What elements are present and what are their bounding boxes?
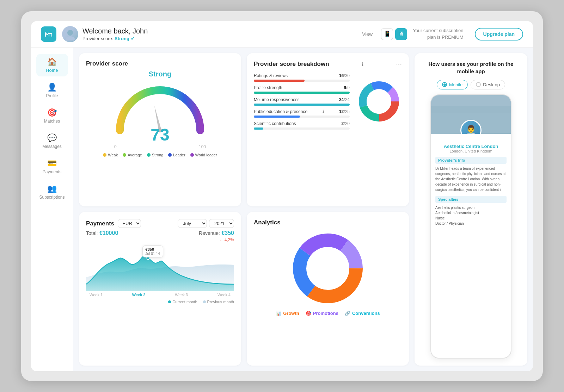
preview-title: How users see your profile on the mobile… [422,60,520,75]
score-legend: Weak Average Strong Leader [86,153,234,157]
sidebar-item-messages[interactable]: 💬 Messages [36,130,68,153]
currency-select[interactable]: EURUSDGBP [118,219,141,228]
specialty-2: Aesthetician / cosmetologist [435,210,507,216]
breakdown-layout: Ratings & reviews 16/30 Profile strength… [254,73,402,130]
month-select[interactable]: JulyJuneAugust [178,219,207,228]
svg-point-2 [66,36,75,41]
specialty-4: Doctor / Physician [435,221,507,226]
legend-current: Current month [168,300,197,304]
app-shell: Welcome back, John Provider score: Stron… [21,11,543,381]
year-select[interactable]: 20212020 [209,219,234,228]
content-area: Provider score Strong [73,48,533,371]
payments-card: Payments EURUSDGBP JulyJuneAugust 202120… [79,212,241,366]
header-title: Welcome back, John [82,27,148,35]
sidebar-item-payments[interactable]: 💳 Payments [36,155,68,178]
chart-legend: Current month Previous month [86,300,234,304]
profile-preview-card: How users see your profile on the mobile… [415,53,527,366]
specialties-list: Aesthetic plastic surgeon Aesthetician /… [435,205,507,226]
payments-icon: 💳 [47,159,57,168]
breakdown-rows: Ratings & reviews 16/30 Profile strength… [254,73,350,130]
sidebar-item-subscriptions[interactable]: 👥 Subscriptions [36,181,68,203]
payments-title: Payments [86,220,114,227]
mobile-view-button[interactable]: 📱 [381,28,393,40]
sidebar-item-matches[interactable]: 🎯 Matches [36,105,68,127]
upgrade-button[interactable]: Upgrade plan [475,28,523,41]
legend-growth[interactable]: 📊 Growth [276,311,299,316]
breakdown-row-responsiveness: MeTime responsiveness 24/24 [254,97,350,106]
legend-promotions[interactable]: 🎯 Promotions [306,311,338,316]
header: Welcome back, John Provider score: Stron… [31,21,533,48]
subscriptions-icon: 👥 [47,184,57,193]
legend-previous: Previous month [203,300,234,304]
phone-mock: 👨‍⚕️ Aesthetic Centre London London, Uni… [430,94,511,359]
desktop-toggle-button[interactable]: Desktop [471,80,505,89]
date-filters: JulyJuneAugust 20212020 [178,219,234,228]
sidebar-item-home[interactable]: 🏠 Home [36,54,68,76]
sidebar-item-label: Profile [46,93,58,98]
chart-week-labels: Week 1 Week 2 Week 3 Week 4 [86,293,234,297]
payments-chart: €350 Jul 01-14 [86,245,234,291]
sidebar-item-label: Home [46,68,58,73]
more-options-button[interactable]: ··· [396,60,402,68]
chart-tooltip: €350 Jul 01-14 [142,245,163,257]
main-layout: 🏠 Home 👤 Profile 🎯 Matches 💬 Messages 💳 … [31,48,533,371]
home-icon: 🏠 [47,57,57,67]
score-number: 73 [151,125,169,144]
messages-icon: 💬 [47,133,57,143]
legend-average: Average [123,153,142,157]
view-toggle: 📱 🖥 [381,28,407,40]
info-section-label: Provider's Info [435,157,507,164]
desktop-view-button[interactable]: 🖥 [395,28,407,40]
breakdown-row-scientific: Scientific contributions 2/20 [254,121,350,130]
total-amount: €10000 [99,230,118,236]
revenue-amount: €350 [221,230,234,236]
sidebar-item-label: Subscriptions [39,195,65,200]
revenue-label: Revenue: [199,230,220,236]
sidebar-item-profile[interactable]: 👤 Profile [36,79,68,102]
logo [41,26,56,42]
svg-point-19 [307,247,349,290]
clinic-location: London, United Kingdom [435,149,507,153]
revenue-change: ↓ -4,2% [220,237,234,242]
clinic-image: 👨‍⚕️ [431,95,511,134]
breakdown-title: Provider score breakdown [254,61,329,68]
gauge-labels: 0 100 [114,144,206,149]
breakdown-card: Provider score breakdown ℹ ··· Ratings &… [247,53,409,207]
svg-rect-13 [431,95,511,112]
analytics-legend: 📊 Growth 🎯 Promotions 🔗 Conversions [254,311,402,316]
legend-world-leader: World leader [190,153,217,157]
legend-conversions[interactable]: 🔗 Conversions [345,311,380,316]
provider-score-card: Provider score Strong [79,53,241,207]
specialty-1: Aesthetic plastic surgeon [435,205,507,210]
view-label: View [362,31,373,37]
specialty-3: Nurse [435,216,507,221]
analytics-title: Analytics [254,219,402,226]
payments-totals: Total: €10000 Revenue: €350 ↓ -4,2% [86,230,234,243]
header-user: Welcome back, John Provider score: Stron… [62,26,207,42]
preview-toggle: Mobile Desktop [437,80,505,89]
breakdown-header: Provider score breakdown ℹ ··· [254,60,402,68]
svg-point-1 [67,30,73,36]
breakdown-row-education: Public education & presence ℹ 12/25 [254,109,350,118]
clinic-name: Aesthetic Centre London [435,144,507,149]
sidebar-item-label: Messages [42,144,62,149]
phone-content: Aesthetic Centre London London, United K… [431,134,511,230]
legend-weak: Weak [103,153,118,157]
matches-icon: 🎯 [47,108,57,117]
mobile-toggle-button[interactable]: Mobile [437,80,468,89]
analytics-card: Analytics 📊 Growth [247,212,409,366]
sidebar-item-label: Matches [44,119,60,124]
subscription-text: Your current subscription plan is PREMIU… [413,27,463,40]
analytics-donut [254,230,402,307]
breakdown-row-ratings: Ratings & reviews 16/30 [254,73,350,82]
legend-leader: Leader [168,153,185,157]
avatar [62,26,78,42]
profile-icon: 👤 [47,83,57,92]
analytics-donut-svg [289,230,367,307]
payments-header: Payments EURUSDGBP JulyJuneAugust 202120… [86,219,234,228]
svg-point-10 [367,89,391,114]
sidebar: 🏠 Home 👤 Profile 🎯 Matches 💬 Messages 💳 … [31,48,73,371]
total-label: Total: [86,230,98,236]
gauge-container: 73 0 100 [86,81,234,149]
info-icon: ℹ [362,62,363,67]
